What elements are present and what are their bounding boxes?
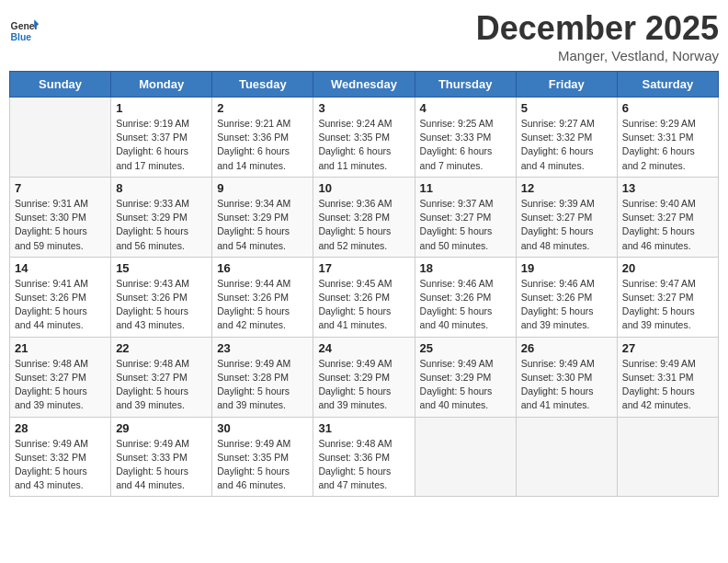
day-info: Sunrise: 9:43 AMSunset: 3:26 PMDaylight:…: [116, 277, 207, 333]
day-cell: 20Sunrise: 9:47 AMSunset: 3:27 PMDayligh…: [617, 257, 718, 337]
day-info: Sunrise: 9:49 AMSunset: 3:29 PMDaylight:…: [318, 357, 409, 413]
day-info: Sunrise: 9:37 AMSunset: 3:27 PMDaylight:…: [420, 197, 511, 253]
day-cell: 19Sunrise: 9:46 AMSunset: 3:26 PMDayligh…: [516, 257, 617, 337]
day-cell: 4Sunrise: 9:25 AMSunset: 3:33 PMDaylight…: [415, 98, 516, 178]
day-cell: [10, 98, 111, 178]
day-number: 5: [521, 101, 612, 115]
logo: General Blue: [9, 17, 39, 46]
day-info: Sunrise: 9:39 AMSunset: 3:27 PMDaylight:…: [521, 197, 612, 253]
day-cell: 3Sunrise: 9:24 AMSunset: 3:35 PMDaylight…: [313, 98, 415, 178]
day-number: 6: [622, 101, 713, 115]
day-info: Sunrise: 9:41 AMSunset: 3:26 PMDaylight:…: [15, 277, 106, 333]
day-cell: 8Sunrise: 9:33 AMSunset: 3:29 PMDaylight…: [111, 177, 212, 257]
day-number: 21: [15, 341, 106, 355]
day-cell: 5Sunrise: 9:27 AMSunset: 3:32 PMDaylight…: [516, 98, 617, 178]
weekday-header-wednesday: Wednesday: [313, 72, 415, 98]
day-info: Sunrise: 9:49 AMSunset: 3:29 PMDaylight:…: [420, 357, 511, 413]
day-number: 8: [116, 181, 207, 195]
header: General Blue December 2025 Manger, Vestl…: [9, 9, 719, 63]
day-cell: 10Sunrise: 9:36 AMSunset: 3:28 PMDayligh…: [313, 177, 415, 257]
day-info: Sunrise: 9:44 AMSunset: 3:26 PMDaylight:…: [217, 277, 308, 333]
day-cell: 15Sunrise: 9:43 AMSunset: 3:26 PMDayligh…: [111, 257, 212, 337]
day-cell: 2Sunrise: 9:21 AMSunset: 3:36 PMDaylight…: [212, 98, 313, 178]
day-cell: 12Sunrise: 9:39 AMSunset: 3:27 PMDayligh…: [516, 177, 617, 257]
day-number: 13: [622, 181, 713, 195]
svg-text:Blue: Blue: [11, 32, 32, 42]
logo-icon: General Blue: [9, 17, 39, 46]
day-number: 28: [15, 421, 106, 435]
week-row-1: 1Sunrise: 9:19 AMSunset: 3:37 PMDaylight…: [10, 98, 719, 178]
day-info: Sunrise: 9:19 AMSunset: 3:37 PMDaylight:…: [116, 117, 207, 173]
day-info: Sunrise: 9:24 AMSunset: 3:35 PMDaylight:…: [318, 117, 409, 173]
day-cell: 16Sunrise: 9:44 AMSunset: 3:26 PMDayligh…: [212, 257, 313, 337]
day-cell: 29Sunrise: 9:49 AMSunset: 3:33 PMDayligh…: [111, 417, 212, 497]
day-number: 3: [318, 101, 409, 115]
day-cell: 1Sunrise: 9:19 AMSunset: 3:37 PMDaylight…: [111, 98, 212, 178]
day-info: Sunrise: 9:29 AMSunset: 3:31 PMDaylight:…: [622, 117, 713, 173]
day-number: 9: [217, 181, 308, 195]
day-number: 4: [420, 101, 511, 115]
day-cell: 13Sunrise: 9:40 AMSunset: 3:27 PMDayligh…: [617, 177, 718, 257]
day-cell: 11Sunrise: 9:37 AMSunset: 3:27 PMDayligh…: [415, 177, 516, 257]
day-cell: 22Sunrise: 9:48 AMSunset: 3:27 PMDayligh…: [111, 337, 212, 417]
day-number: 24: [318, 341, 409, 355]
day-number: 7: [15, 181, 106, 195]
day-cell: 28Sunrise: 9:49 AMSunset: 3:32 PMDayligh…: [10, 417, 111, 497]
day-info: Sunrise: 9:34 AMSunset: 3:29 PMDaylight:…: [217, 197, 308, 253]
day-info: Sunrise: 9:31 AMSunset: 3:30 PMDaylight:…: [15, 197, 106, 253]
day-number: 10: [318, 181, 409, 195]
weekday-header-monday: Monday: [111, 72, 212, 98]
day-number: 20: [622, 261, 713, 275]
day-number: 15: [116, 261, 207, 275]
weekday-header-tuesday: Tuesday: [212, 72, 313, 98]
day-number: 26: [521, 341, 612, 355]
day-number: 1: [116, 101, 207, 115]
day-number: 17: [318, 261, 409, 275]
day-cell: 31Sunrise: 9:48 AMSunset: 3:36 PMDayligh…: [313, 417, 415, 497]
day-cell: [415, 417, 516, 497]
calendar-title: December 2025: [476, 9, 719, 48]
day-number: 11: [420, 181, 511, 195]
week-row-5: 28Sunrise: 9:49 AMSunset: 3:32 PMDayligh…: [10, 417, 719, 497]
day-number: 12: [521, 181, 612, 195]
day-info: Sunrise: 9:25 AMSunset: 3:33 PMDaylight:…: [420, 117, 511, 173]
day-cell: 9Sunrise: 9:34 AMSunset: 3:29 PMDaylight…: [212, 177, 313, 257]
day-info: Sunrise: 9:48 AMSunset: 3:36 PMDaylight:…: [318, 437, 409, 493]
day-cell: 26Sunrise: 9:49 AMSunset: 3:30 PMDayligh…: [516, 337, 617, 417]
week-row-4: 21Sunrise: 9:48 AMSunset: 3:27 PMDayligh…: [10, 337, 719, 417]
week-row-2: 7Sunrise: 9:31 AMSunset: 3:30 PMDaylight…: [10, 177, 719, 257]
calendar-subtitle: Manger, Vestland, Norway: [476, 48, 719, 63]
day-info: Sunrise: 9:49 AMSunset: 3:35 PMDaylight:…: [217, 437, 308, 493]
day-info: Sunrise: 9:49 AMSunset: 3:28 PMDaylight:…: [217, 357, 308, 413]
day-cell: 21Sunrise: 9:48 AMSunset: 3:27 PMDayligh…: [10, 337, 111, 417]
week-row-3: 14Sunrise: 9:41 AMSunset: 3:26 PMDayligh…: [10, 257, 719, 337]
day-info: Sunrise: 9:46 AMSunset: 3:26 PMDaylight:…: [521, 277, 612, 333]
day-number: 31: [318, 421, 409, 435]
day-info: Sunrise: 9:21 AMSunset: 3:36 PMDaylight:…: [217, 117, 308, 173]
day-cell: 14Sunrise: 9:41 AMSunset: 3:26 PMDayligh…: [10, 257, 111, 337]
day-number: 27: [622, 341, 713, 355]
day-info: Sunrise: 9:49 AMSunset: 3:33 PMDaylight:…: [116, 437, 207, 493]
day-cell: 18Sunrise: 9:46 AMSunset: 3:26 PMDayligh…: [415, 257, 516, 337]
day-number: 22: [116, 341, 207, 355]
day-cell: 24Sunrise: 9:49 AMSunset: 3:29 PMDayligh…: [313, 337, 415, 417]
day-info: Sunrise: 9:49 AMSunset: 3:32 PMDaylight:…: [15, 437, 106, 493]
day-cell: 17Sunrise: 9:45 AMSunset: 3:26 PMDayligh…: [313, 257, 415, 337]
day-number: 25: [420, 341, 511, 355]
weekday-header-sunday: Sunday: [10, 72, 111, 98]
day-number: 14: [15, 261, 106, 275]
day-info: Sunrise: 9:46 AMSunset: 3:26 PMDaylight:…: [420, 277, 511, 333]
day-info: Sunrise: 9:48 AMSunset: 3:27 PMDaylight:…: [116, 357, 207, 413]
weekday-header-friday: Friday: [516, 72, 617, 98]
day-number: 29: [116, 421, 207, 435]
day-info: Sunrise: 9:36 AMSunset: 3:28 PMDaylight:…: [318, 197, 409, 253]
day-cell: 7Sunrise: 9:31 AMSunset: 3:30 PMDaylight…: [10, 177, 111, 257]
day-cell: [516, 417, 617, 497]
day-cell: [617, 417, 718, 497]
weekday-header-row: SundayMondayTuesdayWednesdayThursdayFrid…: [10, 72, 719, 98]
day-number: 19: [521, 261, 612, 275]
day-info: Sunrise: 9:45 AMSunset: 3:26 PMDaylight:…: [318, 277, 409, 333]
day-info: Sunrise: 9:33 AMSunset: 3:29 PMDaylight:…: [116, 197, 207, 253]
weekday-header-saturday: Saturday: [617, 72, 718, 98]
day-number: 23: [217, 341, 308, 355]
